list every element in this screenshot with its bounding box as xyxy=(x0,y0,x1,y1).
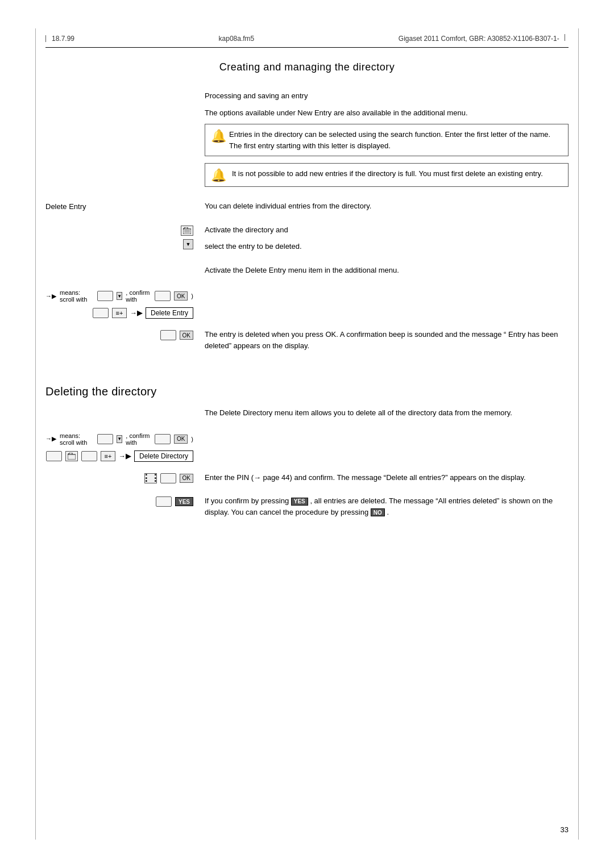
yes-row: YES If you confirm by pressing YES , all… xyxy=(45,495,569,523)
ok-key-hint xyxy=(155,291,171,301)
info-box-2: 🔔 It is not possible to add new entries … xyxy=(205,163,569,187)
pin-row: ⋮⋮ OK Enter the PIN (→ page 44) and conf… xyxy=(45,472,569,489)
info-icon-1: 🔔 xyxy=(211,130,223,143)
hint2-confirm: , confirm with xyxy=(126,432,151,446)
scroll-key-hint2 xyxy=(97,434,113,444)
hint-close: ) xyxy=(191,293,193,299)
page-container: 18.7.99 kap08a.fm5 Gigaset 2011 Comfort,… xyxy=(0,0,614,868)
margin-line-right xyxy=(578,28,579,840)
hint-means: means: scroll with xyxy=(60,289,94,303)
page-title: Creating and managing the directory xyxy=(45,61,569,73)
menu-plus-icon: ≡+ xyxy=(112,308,127,318)
ok-result-right: The entry is deleted when you press OK. … xyxy=(205,329,569,357)
activate-menu-right: Activate the Delete Entry menu item in t… xyxy=(205,265,569,282)
blank-key-3 xyxy=(46,451,62,461)
hint2-arrow: →▶ xyxy=(45,435,56,443)
activate-dir-left: ▼ xyxy=(45,224,205,258)
info-icon-2: 🔔 xyxy=(211,169,226,182)
delete-entry-result-text: The entry is deleted when you press OK. … xyxy=(205,329,569,351)
processing-right: Processing and saving an entry The optio… xyxy=(205,90,569,194)
dir-icon-2 xyxy=(65,451,78,461)
arrow-right-1: →▶ xyxy=(130,309,142,317)
ok-btn-hint2: OK xyxy=(174,435,188,444)
select-entry-text: select the entry to be deleted. xyxy=(205,241,569,252)
pin-left: ⋮⋮ OK xyxy=(45,472,205,489)
menu-plus-icon-2: ≡+ xyxy=(101,451,115,461)
scroll-hint-icon: ▼ xyxy=(117,292,122,300)
meta-left-marker xyxy=(45,35,46,42)
delete-dir-menu-left: →▶ means: scroll with ▼ , confirm with O… xyxy=(45,431,205,465)
blank-key-1 xyxy=(93,308,109,318)
deleting-dir-heading-row xyxy=(45,364,569,365)
delete-entry-menu-row: →▶ means: scroll with ▼ , confirm with O… xyxy=(45,288,569,322)
activate-menu-left xyxy=(45,265,205,282)
content-area: Processing and saving an entry The optio… xyxy=(45,90,569,530)
processing-section: Processing and saving an entry The optio… xyxy=(45,90,569,194)
hint2-close: ) xyxy=(191,436,193,443)
blank-key-2 xyxy=(160,330,176,340)
meta-header: 18.7.99 kap08a.fm5 Gigaset 2011 Comfort,… xyxy=(45,34,569,43)
meta-right-marker xyxy=(565,34,565,41)
activate-menu-text: Activate the Delete Entry menu item in t… xyxy=(205,265,569,276)
ok-btn-pin[interactable]: OK xyxy=(180,474,193,483)
delete-dir-menu-right xyxy=(205,431,569,465)
yes-left: YES xyxy=(45,495,205,523)
deleting-dir-heading-left xyxy=(45,364,205,365)
pin-keypad-icon: ⋮⋮ xyxy=(144,473,157,483)
delete-dir-intro-left xyxy=(45,407,205,424)
blank-key-6 xyxy=(156,496,172,507)
meta-filename: kap08a.fm5 xyxy=(219,35,255,43)
yes-text-end: . xyxy=(387,508,389,516)
delete-entry-menu-right xyxy=(205,288,569,322)
yes-button-label: YES xyxy=(179,499,190,505)
hint-confirm: , confirm with xyxy=(126,289,151,303)
info-text-1: Entries in the directory can be selected… xyxy=(229,129,562,151)
activate-menu-row: Activate the Delete Entry menu item in t… xyxy=(45,265,569,282)
page-number: 33 xyxy=(561,825,569,834)
processing-left xyxy=(45,90,205,194)
margin-line-left xyxy=(35,28,36,840)
activate-dir-row: ▼ Activate the directory and select the … xyxy=(45,224,569,258)
processing-intro: The options available under New Entry ar… xyxy=(205,107,569,119)
delete-entry-menu-left: →▶ means: scroll with ▼ , confirm with O… xyxy=(45,288,205,322)
yes-button[interactable]: YES xyxy=(175,497,193,506)
scroll-hint-icon2: ▼ xyxy=(117,435,122,443)
hint-arrow: →▶ xyxy=(45,293,56,300)
delete-directory-menu-item: Delete Directory xyxy=(134,450,193,462)
delete-dir-menu-row: →▶ means: scroll with ▼ , confirm with O… xyxy=(45,431,569,465)
pin-text: Enter the PIN (→ page 44) and confirm. T… xyxy=(205,472,569,483)
yes-right: If you confirm by pressing YES , all ent… xyxy=(205,495,569,523)
meta-left: 18.7.99 xyxy=(45,35,74,43)
delete-entry-label-row: Delete Entry You can delete individual e… xyxy=(45,201,569,218)
scroll-key-hint xyxy=(97,291,113,301)
svg-rect-3 xyxy=(68,454,76,460)
delete-entry-menu-item: Delete Entry xyxy=(146,307,193,319)
svg-rect-0 xyxy=(183,229,191,234)
ok-result-row: OK The entry is deleted when you press O… xyxy=(45,329,569,357)
top-rule xyxy=(45,47,569,48)
meta-product: Gigaset 2011 Comfort, GBR: A30852-X1106-… xyxy=(399,35,559,43)
meta-right: Gigaset 2011 Comfort, GBR: A30852-X1106-… xyxy=(399,34,569,43)
ok-key-hint2 xyxy=(155,434,171,444)
yes-text: If you confirm by pressing YES , all ent… xyxy=(205,495,569,518)
blank-key-5 xyxy=(160,473,176,483)
delete-entry-intro: You can delete individual entries from t… xyxy=(205,201,569,212)
yes-text-before: If you confirm by pressing xyxy=(205,496,289,505)
processing-heading: Processing and saving an entry xyxy=(205,90,569,102)
deleting-directory-heading: Deleting the directory xyxy=(45,385,569,398)
ok-result-left: OK xyxy=(45,329,205,357)
deleting-dir-heading-right xyxy=(205,364,569,365)
delete-dir-intro-text: The Delete Directory menu item allows yo… xyxy=(205,407,569,419)
delete-entry-label: Delete Entry xyxy=(45,202,86,211)
delete-directory-menu-label: Delete Directory xyxy=(139,452,188,460)
info-box-1: 🔔 Entries in the directory can be select… xyxy=(205,124,569,156)
yes-btn-inline: YES xyxy=(291,498,308,506)
arrow-right-2: →▶ xyxy=(119,452,131,460)
blank-key-4 xyxy=(81,451,97,461)
scroll-down-icon: ▼ xyxy=(183,239,193,249)
no-btn-inline: NO xyxy=(371,508,385,516)
delete-entry-right: You can delete individual entries from t… xyxy=(205,201,569,218)
directory-button-icon xyxy=(181,226,193,236)
ok-btn-press[interactable]: OK xyxy=(180,331,193,340)
hint2-means: means: scroll with xyxy=(60,432,94,446)
